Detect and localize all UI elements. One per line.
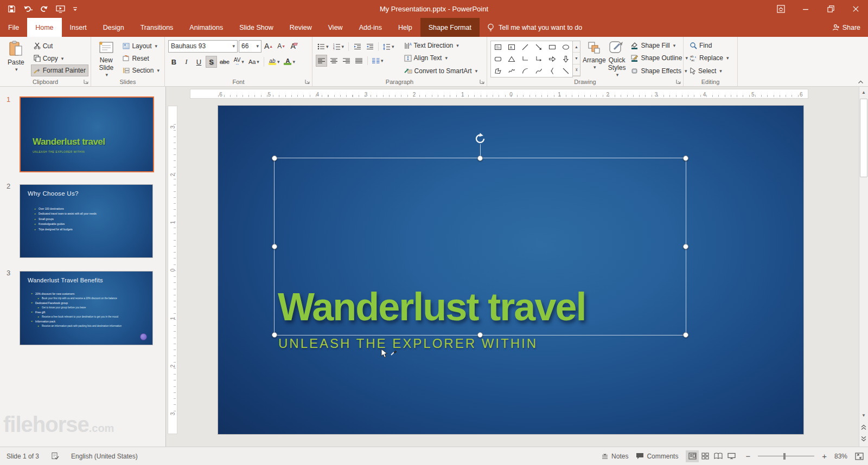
shape-rectangle-icon[interactable] [545, 43, 559, 51]
decrease-font-size-button[interactable]: A▼ [276, 40, 287, 52]
fit-slide-to-window-icon[interactable] [855, 453, 864, 460]
drawing-dialog-launcher-icon[interactable] [675, 78, 681, 85]
shape-brace-icon[interactable] [545, 67, 559, 75]
line-spacing-button[interactable] [381, 41, 396, 53]
reading-view-button[interactable] [712, 450, 725, 462]
restore-icon[interactable] [818, 0, 843, 18]
align-center-button[interactable] [328, 55, 340, 67]
tab-shape-format[interactable]: Shape Format [420, 18, 480, 37]
justify-button[interactable] [353, 55, 365, 67]
shapes-scroll-down-icon[interactable]: ▼ [573, 53, 580, 64]
normal-view-button[interactable] [686, 450, 699, 462]
slideshow-view-button[interactable] [725, 450, 738, 462]
comments-button[interactable]: Comments [636, 453, 678, 460]
shape-line-icon[interactable] [518, 43, 532, 51]
resize-handle-bottom-center[interactable] [477, 332, 483, 338]
shapes-gallery-scroll[interactable]: ▲ ▼ ⊻ [573, 41, 580, 76]
align-left-button[interactable] [316, 55, 327, 67]
shapes-gallery[interactable]: A [490, 41, 573, 78]
shape-elbow-connector-icon[interactable] [518, 55, 532, 63]
vertical-scrollbar[interactable]: ▲ ▼ [859, 87, 868, 447]
selection-box[interactable] [274, 158, 686, 335]
shape-oval-icon[interactable] [559, 43, 572, 51]
previous-slide-icon[interactable] [859, 423, 868, 432]
tell-me-box[interactable]: Tell me what you want to do [480, 18, 590, 37]
slide-thumbnail-3[interactable]: Wanderlust Travel Benefits ►20% discount… [20, 271, 153, 345]
zoom-slider[interactable] [758, 453, 814, 460]
text-direction-button[interactable]: A Text Direction [401, 40, 481, 51]
text-highlight-button[interactable]: ab [267, 56, 282, 68]
paragraph-dialog-launcher-icon[interactable] [478, 78, 485, 85]
convert-to-smartart-button[interactable]: Convert to SmartArt [401, 66, 481, 76]
slide-canvas[interactable]: Wanderlust travel UNLEASH THE EXPLORER W… [218, 106, 803, 434]
ribbon-display-options-icon[interactable] [768, 0, 793, 18]
copy-button[interactable]: Copy [31, 53, 88, 64]
strikethrough-button[interactable]: abc [218, 56, 231, 68]
clipboard-dialog-launcher-icon[interactable] [82, 78, 89, 85]
scroll-down-icon[interactable]: ▼ [859, 411, 868, 420]
tab-slide-show[interactable]: Slide Show [231, 18, 282, 37]
zoom-out-button[interactable]: − [745, 451, 750, 461]
align-text-button[interactable]: Align Text [401, 53, 481, 63]
collapse-ribbon-icon[interactable] [858, 80, 864, 84]
tab-add-ins[interactable]: Add-ins [351, 18, 390, 37]
shape-arrow-down-icon[interactable] [559, 55, 572, 63]
section-button[interactable]: Section [120, 64, 162, 76]
format-painter-button[interactable]: Format Painter [31, 64, 88, 76]
shape-rounded-rectangle-icon[interactable] [491, 55, 505, 63]
text-shadow-button[interactable]: S [206, 56, 217, 68]
notes-button[interactable]: Notes [601, 453, 628, 460]
font-color-button[interactable]: A [282, 56, 297, 68]
shape-triangle-icon[interactable] [505, 55, 518, 63]
arrange-button[interactable]: Arrange [583, 39, 606, 76]
shape-freeform-icon[interactable] [491, 67, 505, 75]
slide-indicator[interactable]: Slide 1 of 3 [7, 453, 39, 460]
shapes-scroll-up-icon[interactable]: ▲ [573, 41, 580, 53]
shape-recent-icon[interactable] [491, 43, 505, 51]
tab-insert[interactable]: Insert [62, 18, 95, 37]
save-icon[interactable] [8, 5, 16, 13]
zoom-level[interactable]: 83% [834, 453, 847, 460]
slide-thumbnail-1[interactable]: Wanderlust travel UNLEASH THE EXPLORER W… [20, 96, 154, 172]
slide-thumbnail-2[interactable]: Why Choose Us? ►Over 100 destinations ►D… [20, 184, 153, 258]
character-spacing-button[interactable]: AV↔ [232, 56, 246, 68]
resize-handle-top-right[interactable] [683, 156, 688, 161]
resize-handle-middle-right[interactable] [683, 244, 688, 249]
font-dialog-launcher-icon[interactable] [304, 78, 310, 85]
scroll-up-icon[interactable]: ▲ [859, 88, 868, 97]
shape-scribble-icon[interactable] [505, 67, 518, 75]
clear-formatting-button[interactable]: A [288, 40, 299, 52]
increase-font-size-button[interactable]: A▲ [263, 40, 275, 52]
shape-fill-button[interactable]: Shape Fill [628, 40, 691, 51]
underline-button[interactable]: U [193, 56, 205, 68]
resize-handle-bottom-right[interactable] [683, 332, 688, 338]
rotate-handle-icon[interactable] [474, 132, 487, 145]
replace-button[interactable]: abac Replace [687, 53, 732, 63]
shape-elbow-arrow-icon[interactable] [532, 55, 545, 63]
bullets-button[interactable] [316, 41, 330, 53]
numbering-button[interactable]: 123 [331, 41, 346, 53]
language-indicator[interactable]: English (United States) [71, 453, 138, 460]
next-slide-icon[interactable] [859, 434, 868, 443]
shape-arc-icon[interactable] [518, 67, 532, 75]
reset-button[interactable]: Reset [120, 53, 162, 64]
minimize-icon[interactable] [793, 0, 818, 18]
shape-textbox-icon[interactable]: A [505, 43, 518, 51]
shape-effects-button[interactable]: Shape Effects [628, 66, 691, 76]
redo-icon[interactable] [40, 5, 48, 13]
start-slideshow-icon[interactable] [56, 5, 65, 13]
tab-review[interactable]: Review [282, 18, 320, 37]
font-name-combobox[interactable]: Bauhaus 93▾ [168, 40, 238, 53]
resize-handle-middle-left[interactable] [272, 244, 277, 249]
cut-button[interactable]: Cut [31, 40, 88, 52]
undo-icon[interactable]: ▾ [23, 5, 33, 13]
tab-file[interactable]: File [0, 18, 27, 37]
vertical-ruler[interactable]: 3210123 [168, 106, 177, 434]
change-case-button[interactable]: Aa [247, 56, 261, 68]
close-icon[interactable] [843, 0, 868, 18]
find-button[interactable]: Find [687, 40, 732, 51]
shapes-more-icon[interactable]: ⊻ [573, 64, 580, 76]
shape-outline-button[interactable]: Shape Outline [628, 53, 691, 63]
columns-button[interactable] [371, 55, 385, 67]
increase-indent-button[interactable] [364, 41, 375, 53]
